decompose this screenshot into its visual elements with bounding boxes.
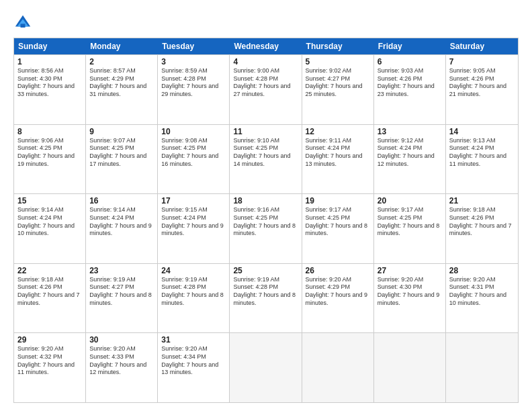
cal-cell: 17Sunrise: 9:15 AMSunset: 4:24 PMDayligh… — [158, 194, 230, 263]
header-cell-thursday: Thursday — [302, 38, 374, 54]
sunrise-text: Sunrise: 9:07 AM — [89, 137, 154, 145]
cal-cell: 22Sunrise: 9:18 AMSunset: 4:26 PMDayligh… — [14, 264, 86, 333]
day-number: 25 — [233, 266, 298, 275]
daylight-text: Daylight: 7 hours and 25 minutes. — [306, 83, 370, 98]
sunrise-text: Sunrise: 9:20 AM — [306, 276, 370, 284]
cal-cell: 20Sunrise: 9:17 AMSunset: 4:25 PMDayligh… — [374, 194, 446, 263]
cal-cell: 23Sunrise: 9:19 AMSunset: 4:27 PMDayligh… — [86, 264, 158, 333]
sunrise-text: Sunrise: 9:20 AM — [161, 345, 226, 353]
week-row-5: 29Sunrise: 9:20 AMSunset: 4:32 PMDayligh… — [14, 332, 518, 402]
sunset-text: Sunset: 4:25 PM — [378, 214, 442, 222]
sunrise-text: Sunrise: 9:16 AM — [233, 206, 298, 214]
daylight-text: Daylight: 7 hours and 8 minutes. — [233, 291, 298, 307]
daylight-text: Daylight: 7 hours and 27 minutes. — [233, 83, 298, 98]
daylight-text: Daylight: 7 hours and 8 minutes. — [89, 291, 154, 307]
sunrise-text: Sunrise: 9:00 AM — [233, 67, 298, 75]
day-number: 1 — [17, 57, 82, 66]
cal-cell: 8Sunrise: 9:06 AMSunset: 4:25 PMDaylight… — [14, 125, 86, 194]
daylight-text: Daylight: 7 hours and 13 minutes. — [161, 361, 226, 377]
cal-cell: 12Sunrise: 9:11 AMSunset: 4:24 PMDayligh… — [302, 125, 374, 194]
sunrise-text: Sunrise: 8:57 AM — [89, 67, 154, 75]
header — [13, 11, 519, 32]
daylight-text: Daylight: 7 hours and 29 minutes. — [161, 83, 226, 98]
daylight-text: Daylight: 7 hours and 19 minutes. — [17, 152, 82, 168]
header-cell-friday: Friday — [374, 38, 446, 54]
sunrise-text: Sunrise: 9:13 AM — [449, 137, 515, 145]
sunrise-text: Sunrise: 9:20 AM — [378, 276, 442, 284]
daylight-text: Daylight: 7 hours and 9 minutes. — [161, 222, 226, 238]
week-row-1: 1Sunrise: 8:56 AMSunset: 4:30 PMDaylight… — [14, 54, 518, 124]
cal-cell: 4Sunrise: 9:00 AMSunset: 4:28 PMDaylight… — [230, 55, 302, 124]
cal-cell — [230, 333, 302, 402]
header-cell-wednesday: Wednesday — [230, 38, 302, 54]
day-number: 11 — [233, 127, 298, 136]
sunrise-text: Sunrise: 9:05 AM — [449, 67, 515, 75]
cal-cell: 7Sunrise: 9:05 AMSunset: 4:26 PMDaylight… — [446, 55, 518, 124]
daylight-text: Daylight: 7 hours and 8 minutes. — [306, 222, 370, 238]
sunset-text: Sunset: 4:27 PM — [306, 75, 370, 83]
cal-cell: 28Sunrise: 9:20 AMSunset: 4:31 PMDayligh… — [446, 264, 518, 333]
sunset-text: Sunset: 4:24 PM — [306, 144, 370, 152]
daylight-text: Daylight: 7 hours and 9 minutes. — [378, 291, 442, 307]
day-number: 27 — [378, 266, 442, 275]
daylight-text: Daylight: 7 hours and 10 minutes. — [449, 291, 515, 307]
day-number: 5 — [306, 57, 370, 66]
day-number: 13 — [378, 127, 442, 136]
daylight-text: Daylight: 7 hours and 12 minutes. — [378, 152, 442, 168]
day-number: 22 — [17, 266, 82, 275]
sunrise-text: Sunrise: 9:11 AM — [306, 137, 370, 145]
daylight-text: Daylight: 7 hours and 7 minutes. — [449, 222, 515, 238]
daylight-text: Daylight: 7 hours and 11 minutes. — [449, 152, 515, 168]
sunset-text: Sunset: 4:27 PM — [89, 283, 154, 291]
sunset-text: Sunset: 4:24 PM — [449, 144, 515, 152]
sunrise-text: Sunrise: 9:03 AM — [378, 67, 442, 75]
cal-cell — [374, 333, 446, 402]
day-number: 30 — [89, 335, 154, 345]
day-number: 10 — [161, 127, 226, 136]
header-cell-sunday: Sunday — [14, 38, 86, 54]
sunrise-text: Sunrise: 9:18 AM — [449, 206, 515, 214]
sunset-text: Sunset: 4:30 PM — [17, 75, 82, 83]
sunrise-text: Sunrise: 8:59 AM — [161, 67, 226, 75]
header-cell-monday: Monday — [86, 38, 158, 54]
cal-cell: 3Sunrise: 8:59 AMSunset: 4:28 PMDaylight… — [158, 55, 230, 124]
sunrise-text: Sunrise: 9:19 AM — [161, 276, 226, 284]
svg-rect-2 — [21, 24, 26, 28]
day-number: 3 — [161, 57, 226, 66]
sunset-text: Sunset: 4:28 PM — [161, 283, 226, 291]
day-number: 17 — [161, 196, 226, 205]
sunset-text: Sunset: 4:26 PM — [17, 283, 82, 291]
header-cell-tuesday: Tuesday — [158, 38, 230, 54]
cal-cell: 30Sunrise: 9:20 AMSunset: 4:33 PMDayligh… — [86, 333, 158, 402]
cal-cell: 10Sunrise: 9:08 AMSunset: 4:25 PMDayligh… — [158, 125, 230, 194]
day-number: 20 — [378, 196, 442, 205]
daylight-text: Daylight: 7 hours and 9 minutes. — [306, 291, 370, 307]
header-cell-saturday: Saturday — [446, 38, 518, 54]
sunset-text: Sunset: 4:24 PM — [89, 214, 154, 222]
cal-cell: 6Sunrise: 9:03 AMSunset: 4:26 PMDaylight… — [374, 55, 446, 124]
cal-cell — [446, 333, 518, 402]
sunset-text: Sunset: 4:29 PM — [306, 283, 370, 291]
day-number: 6 — [378, 57, 442, 66]
day-number: 28 — [449, 266, 515, 275]
day-number: 15 — [17, 196, 82, 205]
sunset-text: Sunset: 4:25 PM — [161, 144, 226, 152]
calendar: SundayMondayTuesdayWednesdayThursdayFrid… — [13, 38, 519, 403]
daylight-text: Daylight: 7 hours and 13 minutes. — [306, 152, 370, 168]
cal-cell: 25Sunrise: 9:19 AMSunset: 4:28 PMDayligh… — [230, 264, 302, 333]
sunrise-text: Sunrise: 8:56 AM — [17, 67, 82, 75]
day-number: 14 — [449, 127, 515, 136]
day-number: 7 — [449, 57, 515, 66]
day-number: 26 — [306, 266, 370, 275]
sunset-text: Sunset: 4:25 PM — [233, 144, 298, 152]
sunrise-text: Sunrise: 9:17 AM — [306, 206, 370, 214]
day-number: 18 — [233, 196, 298, 205]
sunset-text: Sunset: 4:26 PM — [378, 75, 442, 83]
sunset-text: Sunset: 4:24 PM — [161, 214, 226, 222]
cal-cell: 14Sunrise: 9:13 AMSunset: 4:24 PMDayligh… — [446, 125, 518, 194]
daylight-text: Daylight: 7 hours and 23 minutes. — [378, 83, 442, 98]
daylight-text: Daylight: 7 hours and 14 minutes. — [233, 152, 298, 168]
sunset-text: Sunset: 4:28 PM — [233, 75, 298, 83]
daylight-text: Daylight: 7 hours and 16 minutes. — [161, 152, 226, 168]
daylight-text: Daylight: 7 hours and 12 minutes. — [89, 361, 154, 377]
